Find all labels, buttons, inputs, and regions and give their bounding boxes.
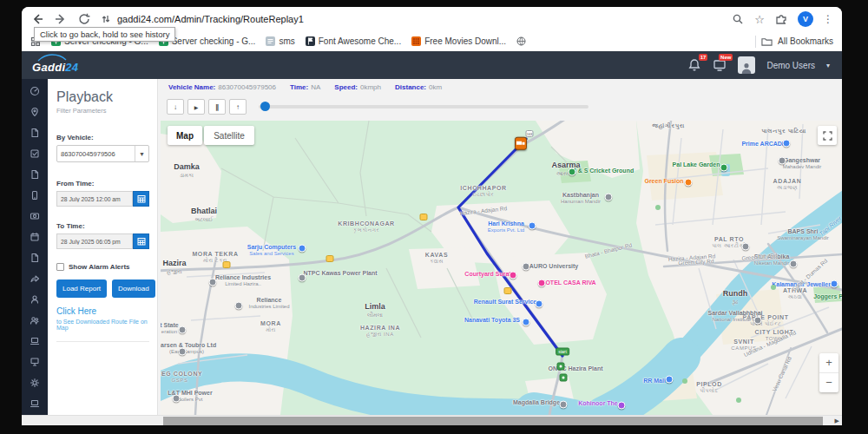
from-calendar-button[interactable] [133, 191, 149, 207]
speed-up-button[interactable]: ↑ [229, 99, 247, 115]
poi-marker[interactable] [523, 263, 530, 271]
extensions-icon[interactable] [774, 12, 788, 26]
sidebar-item-tasks[interactable] [22, 143, 48, 164]
all-bookmarks-button[interactable]: All Bookmarks [778, 36, 833, 46]
bookmark-star-icon[interactable]: ☆ [754, 13, 765, 26]
browser-profile-avatar[interactable]: V [798, 11, 813, 27]
poi-marker[interactable] [179, 348, 187, 356]
pause-button[interactable]: ∥ [208, 99, 226, 115]
forward-icon[interactable] [54, 12, 68, 26]
poi-marker[interactable] [569, 168, 576, 176]
poi-marker[interactable] [209, 279, 217, 286]
poi-marker[interactable] [790, 260, 798, 268]
sidebar-item-billing[interactable] [22, 206, 48, 227]
poi-marker[interactable] [783, 140, 791, 148]
tree-marker [655, 205, 661, 210]
notifications-bell-icon[interactable]: 17 [687, 58, 701, 72]
sidebar-item-share[interactable] [22, 268, 48, 289]
app-header: Gaddi24 17 New Demo Users ▾ [22, 51, 842, 79]
play-button[interactable]: ▶ [187, 99, 205, 115]
user-menu[interactable]: Demo Users [766, 61, 815, 70]
sidebar-item-reports[interactable] [22, 122, 48, 143]
poi-marker[interactable] [529, 222, 536, 230]
address-bar[interactable]: gaddi24.com/Admin/Tracking/RouteReplay1 [101, 14, 721, 24]
tree-marker [771, 285, 776, 290]
logo-text: Gaddi [32, 61, 65, 74]
poi-marker[interactable] [831, 280, 838, 288]
horizontal-scrollbar[interactable]: ▶ [22, 415, 842, 425]
speed-down-button[interactable]: ↓ [167, 99, 184, 115]
download-button[interactable]: Download [112, 279, 155, 298]
sidebar-item-system[interactable] [22, 393, 48, 414]
poi-marker[interactable] [618, 402, 626, 410]
poi-marker[interactable] [523, 319, 530, 326]
divider [755, 36, 756, 48]
route-replay-map[interactable]: DamkaડામકાBhatlaiભટલાઈKRIBHCONAGARકૃભકોન… [161, 121, 842, 415]
vehicle-marker[interactable] [515, 137, 527, 150]
poi-marker[interactable] [179, 326, 187, 334]
bookmark-label: Font Awesome Che... [319, 36, 401, 46]
click-here-sublink[interactable]: to See Downloaded Route File on Map [56, 319, 149, 331]
start-marker[interactable]: start [556, 348, 569, 356]
scroll-right-arrow[interactable]: ▶ [835, 418, 839, 424]
bookmark-item[interactable] [511, 36, 531, 46]
sidebar-item-calendar[interactable] [22, 227, 48, 247]
poi-marker[interactable] [605, 194, 613, 201]
poi-marker[interactable] [720, 164, 728, 172]
sidebar-item-monitor[interactable] [22, 352, 48, 372]
sidebar-item-tracking[interactable] [22, 102, 48, 122]
poi-marker[interactable] [299, 274, 306, 282]
load-report-button[interactable]: Load Report [56, 279, 107, 298]
divider [56, 341, 149, 342]
sidebar-item-dashboard[interactable] [22, 81, 48, 102]
sidebar-item-documents[interactable] [22, 164, 48, 185]
poi-marker[interactable] [754, 317, 762, 325]
poi-marker[interactable] [235, 302, 243, 310]
sidebar-item-terminal[interactable] [22, 331, 48, 352]
poi-marker[interactable] [536, 300, 543, 308]
to-time-input[interactable] [56, 233, 133, 249]
show-alarm-checkbox[interactable] [56, 263, 64, 271]
sidebar-item-driver[interactable] [22, 289, 48, 310]
bookmark-item[interactable]: Font Awesome Che... [300, 36, 406, 46]
browser-menu-icon[interactable]: ⋮ [823, 14, 833, 24]
poi-marker[interactable] [173, 395, 181, 403]
click-here-link[interactable]: Click Here [56, 306, 149, 316]
sidebar-item-settings[interactable] [22, 372, 48, 393]
poi-marker[interactable] [510, 272, 517, 279]
sidebar-item-logs[interactable] [22, 247, 48, 268]
sidebar-item-users[interactable] [22, 310, 48, 331]
vehicle-select[interactable]: 863070045979506 ▼ [56, 145, 149, 162]
bookmark-item[interactable]: Free Movies Downl... [406, 36, 511, 46]
poi-marker[interactable] [560, 401, 568, 409]
by-vehicle-label: By Vehicle: [56, 134, 149, 141]
messages-icon[interactable]: New [713, 58, 727, 72]
map-type-satellite-button[interactable]: Satellite [204, 126, 254, 145]
sidebar-item-devices[interactable] [22, 185, 48, 206]
back-icon[interactable] [30, 12, 44, 26]
reload-icon[interactable] [77, 12, 91, 26]
slider-knob[interactable] [260, 102, 270, 111]
poi-marker[interactable] [299, 245, 306, 253]
route-shield-marker [504, 287, 512, 294]
scrollbar-thumb[interactable] [163, 417, 823, 425]
zoom-in-button[interactable]: + [819, 353, 838, 372]
poi-marker[interactable] [742, 243, 750, 251]
playback-slider[interactable] [259, 105, 589, 108]
speed-label: Speed: [334, 83, 358, 91]
poi-marker[interactable] [779, 157, 786, 165]
map-type-map-button[interactable]: Map [168, 126, 202, 145]
from-time-label: From Time: [56, 180, 149, 187]
poi-marker[interactable] [666, 376, 674, 384]
zoom-out-button[interactable]: − [819, 373, 838, 392]
from-time-input[interactable] [56, 191, 133, 207]
fullscreen-button[interactable] [818, 126, 837, 145]
to-calendar-button[interactable] [133, 233, 149, 249]
site-settings-icon[interactable] [101, 14, 111, 24]
bookmark-item[interactable]: sms [260, 36, 299, 46]
poi-marker[interactable] [685, 179, 693, 187]
zoom-page-icon[interactable] [731, 12, 745, 26]
gaddi24-logo[interactable]: Gaddi24 [32, 57, 78, 74]
user-avatar[interactable] [738, 56, 755, 74]
poi-marker[interactable] [538, 279, 546, 287]
